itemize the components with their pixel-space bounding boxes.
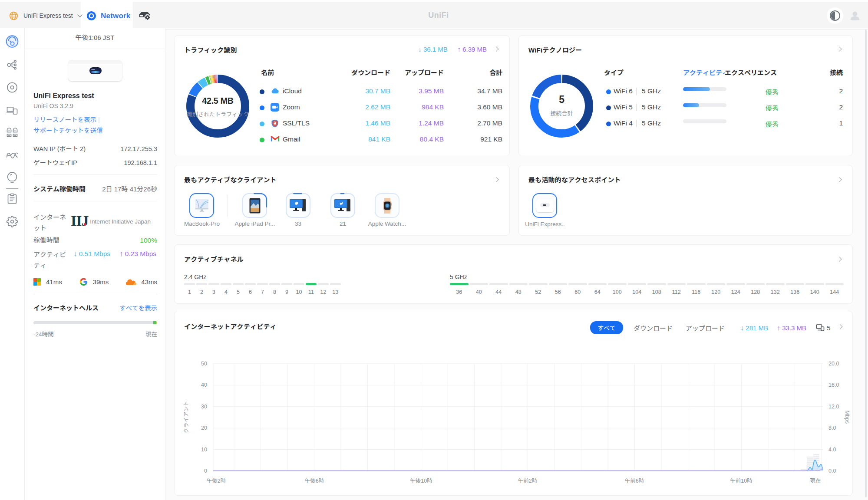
svg-text:50: 50 bbox=[201, 361, 207, 367]
svg-text:40: 40 bbox=[201, 382, 207, 388]
svg-text:16.0: 16.0 bbox=[828, 382, 839, 388]
svg-text:現在: 現在 bbox=[810, 478, 821, 484]
svg-text:0.0: 0.0 bbox=[828, 468, 836, 474]
svg-text:クライアント: クライアント bbox=[183, 401, 189, 433]
svg-text:20.0: 20.0 bbox=[828, 361, 839, 367]
svg-text:午後10時: 午後10時 bbox=[410, 478, 432, 484]
svg-text:午後2時: 午後2時 bbox=[207, 478, 226, 484]
svg-text:午前6時: 午前6時 bbox=[625, 478, 644, 484]
svg-text:午前2時: 午前2時 bbox=[518, 478, 538, 484]
svg-text:30: 30 bbox=[201, 404, 207, 410]
svg-text:Mbps: Mbps bbox=[844, 411, 850, 424]
svg-text:10: 10 bbox=[201, 447, 207, 453]
svg-text:8.0: 8.0 bbox=[828, 425, 836, 431]
svg-text:午後6時: 午後6時 bbox=[305, 478, 324, 484]
svg-text:12.0: 12.0 bbox=[828, 404, 839, 410]
svg-text:4.0: 4.0 bbox=[828, 447, 836, 453]
svg-text:20: 20 bbox=[201, 425, 207, 431]
svg-text:午前10時: 午前10時 bbox=[730, 478, 752, 484]
svg-text:0: 0 bbox=[204, 468, 207, 474]
